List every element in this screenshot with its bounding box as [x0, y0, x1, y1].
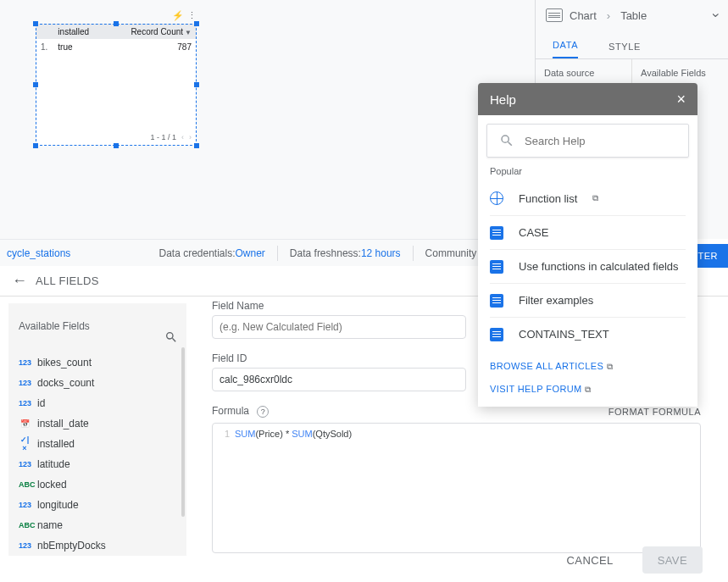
- field-item[interactable]: 123docks_count: [8, 373, 186, 393]
- chart-label: Chart: [570, 9, 597, 22]
- num-type-icon: 123: [19, 379, 31, 387]
- resize-handle[interactable]: [194, 143, 199, 148]
- field-item[interactable]: ABClocked: [8, 474, 186, 495]
- field-label: latitude: [37, 458, 70, 470]
- chevron-down-icon[interactable]: ›: [708, 13, 723, 17]
- doc-icon: [490, 328, 503, 341]
- lightning-icon: ⚡: [172, 10, 184, 21]
- str-type-icon: ABC: [19, 480, 31, 489]
- format-formula-button[interactable]: FORMAT FORMULA: [609, 407, 701, 417]
- scrollbar[interactable]: [181, 347, 185, 517]
- search-icon[interactable]: [164, 330, 178, 346]
- chart-type-label: Table: [620, 9, 647, 22]
- date-type-icon: 📅: [19, 419, 31, 428]
- resize-handle[interactable]: [194, 82, 199, 87]
- visit-forum-link[interactable]: VISIT HELP FORUM ⧉: [490, 384, 686, 395]
- canvas-area[interactable]: ⚡ ⋮ installed Record Count▼ 1. true 787 …: [0, 0, 535, 239]
- doc-icon: [490, 260, 503, 274]
- data-source-label: Data source: [544, 68, 623, 78]
- resize-handle[interactable]: [33, 143, 38, 148]
- help-item-label: CASE: [519, 226, 548, 239]
- field-label: longitude: [37, 499, 79, 511]
- num-type-icon: 123: [19, 501, 31, 509]
- help-title: Help: [490, 92, 516, 107]
- external-link-icon: ⧉: [592, 193, 598, 203]
- field-label: docks_count: [37, 377, 94, 389]
- field-item[interactable]: 123longitude: [8, 495, 186, 515]
- save-button[interactable]: SAVE: [642, 546, 703, 574]
- selection-border: [36, 24, 197, 146]
- tab-style[interactable]: STYLE: [609, 42, 641, 58]
- field-label: nbEmptyDocks: [37, 540, 106, 552]
- external-link-icon: ⧉: [607, 362, 613, 371]
- more-icon[interactable]: ⋮: [187, 10, 197, 21]
- num-type-icon: 123: [19, 358, 31, 367]
- num-type-icon: 123: [19, 541, 31, 550]
- help-item[interactable]: Use functions in calculated fields: [490, 249, 686, 283]
- resize-handle[interactable]: [114, 21, 119, 26]
- formula-label: Formula: [212, 405, 249, 417]
- bool-type-icon: ✓|×: [19, 435, 31, 452]
- available-fields-label: Available Fields: [641, 68, 720, 78]
- table-icon: [546, 8, 563, 22]
- field-item[interactable]: ABCname: [8, 515, 186, 535]
- field-item[interactable]: 123latitude: [8, 454, 186, 474]
- datasource-name[interactable]: cycle_stations: [0, 247, 70, 259]
- globe-icon: [490, 191, 503, 205]
- num-type-icon: 123: [19, 399, 31, 407]
- resize-handle[interactable]: [33, 82, 38, 87]
- credentials-label: Data credentials:: [158, 247, 235, 259]
- field-item[interactable]: 📅install_date: [8, 413, 186, 434]
- freshness-label: Data freshness:: [290, 247, 361, 259]
- field-item[interactable]: ✓|×installed: [8, 434, 186, 454]
- help-popup: Help × Popular Function list⧉CASEUse fun…: [478, 83, 697, 407]
- datasource-bar: cycle_stations Data credentials: Owner D…: [0, 239, 535, 266]
- help-item[interactable]: CONTAINS_TEXT: [490, 317, 686, 351]
- help-item-label: Filter examples: [519, 294, 593, 307]
- widget-toolbar: ⚡ ⋮: [172, 10, 197, 21]
- field-label: bikes_count: [37, 357, 92, 369]
- external-link-icon: ⧉: [585, 385, 591, 394]
- credentials-value[interactable]: Owner: [236, 247, 265, 259]
- resize-handle[interactable]: [114, 143, 119, 148]
- num-type-icon: 123: [19, 460, 31, 468]
- field-label: locked: [37, 479, 67, 491]
- field-label: name: [37, 519, 63, 531]
- table-widget[interactable]: ⚡ ⋮ installed Record Count▼ 1. true 787 …: [36, 24, 197, 146]
- str-type-icon: ABC: [19, 521, 31, 529]
- back-arrow-icon[interactable]: ←: [12, 272, 27, 290]
- field-id-input[interactable]: [212, 368, 466, 391]
- field-label: installed: [37, 438, 75, 450]
- field-item[interactable]: 123nbEmptyDocks: [8, 535, 186, 556]
- fields-panel: Available Fields 123bikes_count123docks_…: [8, 303, 186, 556]
- field-item[interactable]: 123id: [8, 393, 186, 413]
- resize-handle[interactable]: [194, 21, 199, 26]
- help-item[interactable]: CASE: [490, 215, 686, 249]
- search-icon: [499, 133, 514, 148]
- field-item[interactable]: 123bikes_count: [8, 352, 186, 373]
- chevron-right-icon: ›: [607, 9, 610, 22]
- field-label: id: [37, 397, 45, 409]
- field-label: install_date: [37, 418, 89, 430]
- all-fields-title: ALL FIELDS: [36, 274, 99, 287]
- help-icon[interactable]: ?: [257, 406, 269, 418]
- help-search[interactable]: [486, 124, 689, 158]
- help-item[interactable]: Function list⧉: [490, 181, 686, 215]
- doc-icon: [490, 294, 503, 308]
- formula-editor[interactable]: 1 SUM(Price) * SUM(QtySold): [212, 423, 701, 553]
- help-item-label: Function list: [519, 192, 577, 205]
- popular-label: Popular: [490, 166, 686, 176]
- help-search-input[interactable]: [525, 135, 676, 147]
- resize-handle[interactable]: [33, 21, 38, 26]
- field-name-input[interactable]: [212, 315, 466, 339]
- tab-data[interactable]: DATA: [553, 40, 578, 58]
- close-icon[interactable]: ×: [676, 91, 686, 108]
- browse-articles-link[interactable]: BROWSE ALL ARTICLES ⧉: [490, 361, 686, 372]
- doc-icon: [490, 226, 503, 240]
- help-item-label: Use functions in calculated fields: [519, 260, 679, 273]
- cancel-button[interactable]: CANCEL: [552, 546, 629, 574]
- freshness-value[interactable]: 12 hours: [361, 247, 401, 259]
- available-fields-title: Available Fields: [19, 320, 176, 332]
- help-item[interactable]: Filter examples: [490, 283, 686, 317]
- help-item-label: CONTAINS_TEXT: [519, 328, 609, 341]
